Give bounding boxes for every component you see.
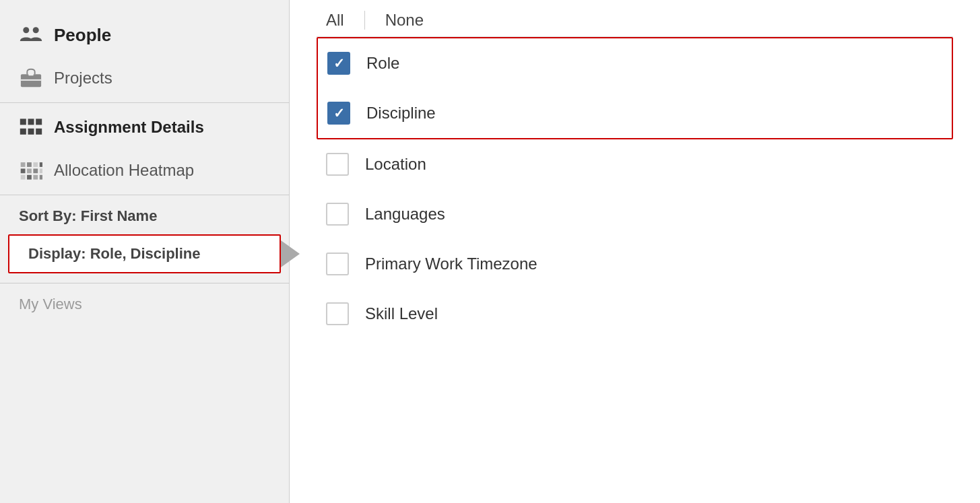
sidebar-item-projects-label: Projects [54,69,112,88]
svg-rect-15 [21,168,26,173]
svg-rect-8 [20,129,26,135]
primary-work-timezone-label: Primary Work Timezone [365,255,537,273]
divider-1 [0,102,289,103]
svg-rect-16 [27,168,32,173]
my-views-row[interactable]: My Views [0,286,289,323]
svg-rect-3 [28,73,34,75]
svg-rect-20 [27,175,32,180]
filter-header: All None [317,0,953,37]
sort-by-value: First Name [81,207,158,224]
svg-rect-2 [21,74,41,87]
sidebar-item-allocation-heatmap[interactable]: Allocation Heatmap [0,149,289,192]
languages-label: Languages [365,205,445,224]
sort-by-row: Sort By: First Name [0,198,289,234]
display-value: Role, Discipline [90,245,201,262]
sidebar-item-people-label: People [54,25,111,46]
svg-rect-19 [21,175,26,180]
sidebar-item-people[interactable]: People [0,13,289,57]
people-icon [19,23,43,47]
filter-item-skill-level[interactable]: Skill Level [317,289,953,339]
discipline-checkbox[interactable] [327,102,350,125]
filter-panel: All None Role Discipline Location Langua… [290,0,980,503]
role-checkbox[interactable] [327,52,350,75]
sidebar: People Projects Assig [0,0,290,503]
discipline-label: Discipline [366,104,436,123]
location-label: Location [365,155,426,174]
all-button[interactable]: All [326,11,344,30]
display-prefix: Display: [28,245,90,262]
arrow-right-icon [281,240,300,267]
svg-rect-11 [21,162,26,167]
svg-rect-22 [40,175,42,180]
heatmap-icon [19,158,43,182]
location-checkbox[interactable] [326,153,349,176]
svg-rect-13 [33,162,38,167]
assignment-details-icon [19,115,43,139]
checked-items-group: Role Discipline [317,37,953,139]
svg-point-1 [33,27,39,33]
svg-rect-5 [20,119,26,125]
svg-rect-7 [36,119,42,125]
display-row[interactable]: Display: Role, Discipline [8,234,281,273]
filter-item-role[interactable]: Role [318,38,952,88]
skill-level-label: Skill Level [365,304,438,323]
skill-level-checkbox[interactable] [326,302,349,325]
unchecked-items-group: Location Languages Primary Work Timezone… [317,139,953,339]
svg-rect-4 [21,79,41,81]
svg-rect-14 [40,162,42,167]
primary-work-timezone-checkbox[interactable] [326,253,349,275]
briefcase-icon [19,66,43,90]
svg-rect-17 [33,168,38,173]
svg-rect-21 [33,175,38,180]
filter-item-discipline[interactable]: Discipline [318,88,952,138]
filter-item-languages[interactable]: Languages [317,189,953,239]
filter-item-primary-work-timezone[interactable]: Primary Work Timezone [317,239,953,289]
svg-rect-9 [28,129,34,135]
sidebar-item-allocation-heatmap-label: Allocation Heatmap [54,161,194,180]
svg-point-0 [23,27,29,33]
divider-2 [0,195,289,195]
languages-checkbox[interactable] [326,203,349,226]
svg-rect-12 [27,162,32,167]
sort-by-prefix: Sort By: [19,207,81,224]
my-views-label: My Views [19,296,82,312]
svg-rect-18 [40,168,42,173]
svg-rect-10 [36,129,42,135]
svg-rect-6 [28,119,34,125]
sidebar-item-projects[interactable]: Projects [0,57,289,100]
none-button[interactable]: None [385,11,424,30]
header-divider [364,11,365,30]
sidebar-item-assignment-details-label: Assignment Details [54,118,204,137]
filter-item-location[interactable]: Location [317,139,953,189]
role-label: Role [366,54,399,73]
divider-3 [0,283,289,283]
sidebar-item-assignment-details[interactable]: Assignment Details [0,106,289,149]
